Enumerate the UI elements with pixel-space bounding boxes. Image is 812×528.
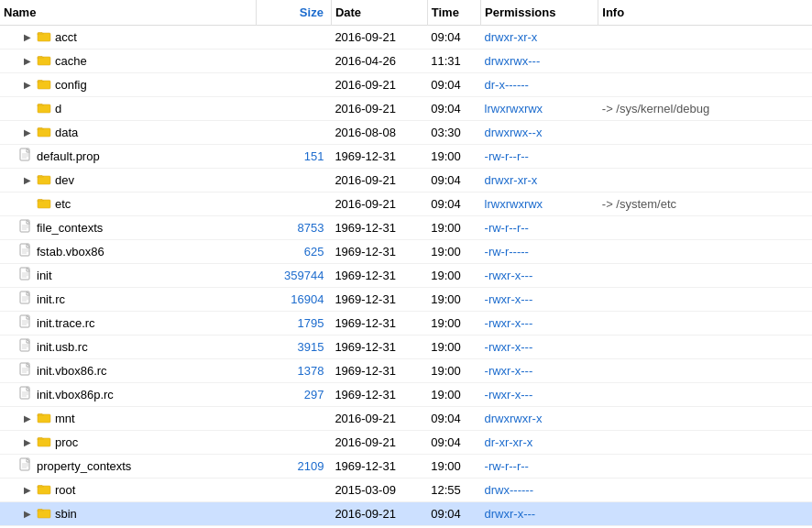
- file-size: [257, 431, 332, 455]
- file-name: dev: [55, 173, 74, 187]
- file-size: [257, 121, 332, 145]
- expand-arrow-icon[interactable]: ▶: [22, 485, 33, 496]
- folder-icon: [37, 76, 51, 94]
- file-size: 1795: [257, 312, 332, 336]
- file-icon: [18, 267, 33, 284]
- col-header-date[interactable]: Date: [331, 0, 427, 26]
- expand-arrow-icon[interactable]: ▶: [22, 56, 33, 67]
- file-time: 19:00: [427, 240, 480, 264]
- table-row[interactable]: init.usb.rc39151969-12-3119:00-rwxr-x---: [0, 336, 812, 359]
- expand-arrow-icon[interactable]: ▶: [22, 32, 33, 43]
- file-permissions: dr-xr-xr-x: [481, 431, 598, 455]
- svg-rect-1: [38, 57, 50, 65]
- file-name: d: [55, 102, 61, 116]
- file-size: [257, 50, 332, 73]
- file-time: 12:55: [427, 478, 480, 502]
- file-time: 09:04: [427, 407, 480, 431]
- file-icon: [18, 291, 33, 308]
- table-row[interactable]: init.vbox86.rc13781969-12-3119:00-rwxr-x…: [0, 359, 812, 383]
- file-icon: [18, 314, 33, 332]
- col-header-time[interactable]: Time: [427, 0, 480, 26]
- col-header-name[interactable]: Name: [0, 0, 257, 26]
- expand-arrow-icon[interactable]: ▶: [22, 175, 33, 186]
- folder-icon: [37, 410, 51, 427]
- file-time: 19:00: [427, 216, 480, 240]
- file-name: property_contexts: [37, 459, 131, 473]
- svg-rect-49: [38, 486, 50, 494]
- file-size: [257, 502, 332, 526]
- file-size: 625: [257, 240, 332, 264]
- file-name: default.prop: [37, 149, 100, 163]
- expand-arrow-icon[interactable]: ▶: [22, 437, 33, 448]
- folder-icon: [37, 171, 51, 189]
- table-row[interactable]: property_contexts21091969-12-3119:00-rw-…: [0, 455, 812, 478]
- file-permissions: drwx------: [481, 478, 598, 502]
- file-time: 09:04: [427, 431, 480, 455]
- svg-rect-0: [38, 33, 50, 41]
- table-row[interactable]: init3597441969-12-3119:00-rwxr-x---: [0, 264, 812, 288]
- expand-arrow-icon[interactable]: ▶: [22, 127, 33, 138]
- file-date: 1969-12-31: [331, 312, 427, 336]
- table-row[interactable]: ▶ proc2016-09-2109:04dr-xr-xr-x: [0, 431, 812, 455]
- file-permissions: -rwxr-x---: [481, 383, 598, 407]
- svg-rect-50: [38, 510, 50, 518]
- name-cell: ▶ root: [4, 481, 253, 499]
- folder-icon: [37, 195, 51, 213]
- name-cell: ▶ dev: [4, 171, 253, 189]
- file-date: 2016-09-21: [331, 97, 427, 121]
- table-row[interactable]: ▶ acct2016-09-2109:04drwxr-xr-x: [0, 26, 812, 50]
- file-time: 09:04: [427, 97, 480, 121]
- col-header-perms[interactable]: Permissions: [481, 0, 598, 26]
- svg-rect-44: [38, 438, 50, 446]
- file-permissions: drwxrwx--x: [481, 121, 598, 145]
- table-row[interactable]: init.trace.rc17951969-12-3119:00-rwxr-x-…: [0, 312, 812, 336]
- file-size: 359744: [257, 264, 332, 288]
- file-permissions: -rwxr-x---: [481, 312, 598, 336]
- file-size: 151: [257, 145, 332, 169]
- name-cell: ▶ cache: [4, 52, 253, 70]
- name-cell: ▶ sbin: [4, 505, 253, 522]
- table-row[interactable]: default.prop1511969-12-3119:00-rw-r--r--: [0, 145, 812, 169]
- table-row[interactable]: ▶ data2016-08-0803:30drwxrwx--x: [0, 121, 812, 145]
- name-cell: init.trace.rc: [4, 314, 253, 332]
- expand-arrow-icon[interactable]: ▶: [22, 413, 33, 424]
- name-cell: init.vbox86p.rc: [4, 386, 253, 403]
- table-row[interactable]: init.vbox86p.rc2971969-12-3119:00-rwxr-x…: [0, 383, 812, 407]
- file-name: init: [37, 269, 52, 282]
- folder-icon: [37, 124, 51, 141]
- table-row[interactable]: etc2016-09-2109:04lrwxrwxrwx-> /system/e…: [0, 192, 812, 216]
- file-list: ▶ acct2016-09-2109:04drwxr-xr-x▶ cache20…: [0, 26, 812, 529]
- file-date: 1969-12-31: [331, 216, 427, 240]
- expand-arrow-icon[interactable]: ▶: [22, 80, 33, 91]
- table-row[interactable]: file_contexts87531969-12-3119:00-rw-r--r…: [0, 216, 812, 240]
- expand-arrow-icon[interactable]: ▶: [22, 509, 33, 520]
- table-row[interactable]: d2016-09-2109:04lrwxrwxrwx-> /sys/kernel…: [0, 97, 812, 121]
- file-date: 2016-08-08: [331, 121, 427, 145]
- file-size: 297: [257, 383, 332, 407]
- table-row[interactable]: ▶ root2015-03-0912:55drwx------: [0, 478, 812, 502]
- file-permissions: drwxr-xr-x: [481, 26, 598, 50]
- table-row[interactable]: init.rc169041969-12-3119:00-rwxr-x---: [0, 288, 812, 312]
- file-name: mnt: [55, 412, 75, 425]
- table-row[interactable]: ▶ cache2016-04-2611:31drwxrwx---: [0, 50, 812, 73]
- col-header-info[interactable]: Info: [598, 0, 812, 26]
- file-size: [257, 73, 332, 97]
- table-container[interactable]: Name Size Date Time Permissions Info ▶ a…: [0, 0, 812, 528]
- table-row[interactable]: fstab.vbox866251969-12-3119:00-rw-r-----: [0, 240, 812, 264]
- table-row[interactable]: ▶ dev2016-09-2109:04drwxr-xr-x: [0, 169, 812, 192]
- file-time: 09:04: [427, 73, 480, 97]
- col-header-size[interactable]: Size: [257, 0, 332, 26]
- file-icon: [18, 362, 33, 380]
- table-row[interactable]: ▶ mnt2016-09-2109:04drwxrwxr-x: [0, 407, 812, 431]
- file-info: [598, 431, 812, 455]
- file-time: 09:04: [427, 26, 480, 50]
- name-cell: init.vbox86.rc: [4, 362, 253, 380]
- file-name: data: [55, 126, 78, 139]
- table-row[interactable]: ▶ sbin2016-09-2109:04drwxr-x---: [0, 502, 812, 526]
- file-date: 2016-09-21: [331, 431, 427, 455]
- file-permissions: lrwxrwxrwx: [481, 97, 598, 121]
- file-permissions: drwxrwxr-x: [481, 407, 598, 431]
- table-row[interactable]: ▶ config2016-09-2109:04dr-x------: [0, 73, 812, 97]
- file-date: 1969-12-31: [331, 359, 427, 383]
- file-name: proc: [55, 435, 78, 449]
